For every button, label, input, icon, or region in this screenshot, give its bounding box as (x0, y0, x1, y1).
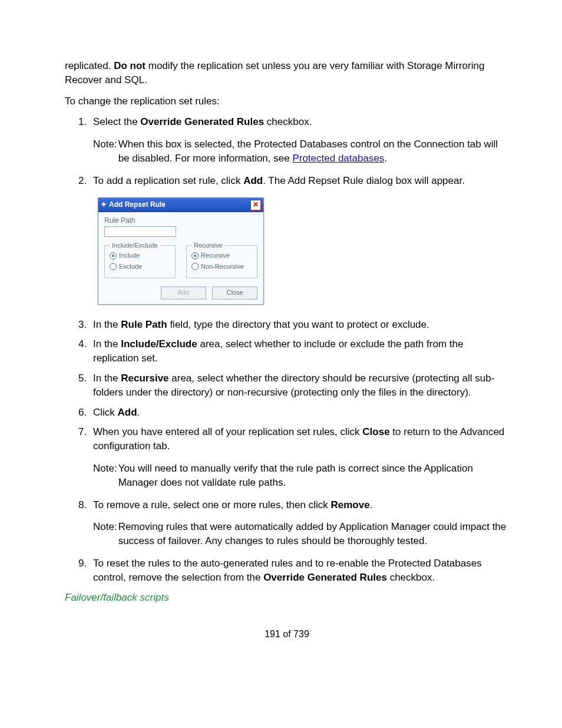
note-label: Note: (93, 520, 117, 534)
text: In the (93, 319, 121, 330)
bold-text: Include/Exclude (121, 338, 197, 350)
step-9: To reset the rules to the auto-generated… (90, 556, 509, 585)
text: To remove a rule, select one or more rul… (93, 499, 330, 510)
steps-list: Select the Override Generated Rules chec… (65, 115, 509, 584)
app-icon: ✦ (101, 200, 107, 210)
text: Click (93, 407, 118, 418)
text: field, type the directory that you want … (167, 319, 429, 330)
text: . (137, 407, 140, 418)
step-5: In the Recursive area, select whether th… (90, 371, 509, 400)
note-text: When this box is selected, the Protected… (118, 137, 509, 166)
non-recursive-radio[interactable]: Non-Recursive (191, 262, 252, 271)
group-legend: Include/Exclude (110, 241, 160, 250)
dialog-screenshot: ✦ Add Repset Rule ✕ Rule Path Include/Ex… (98, 197, 509, 305)
bold-text: Add (118, 407, 137, 418)
text: To add a replication set rule, click (93, 175, 243, 186)
rule-path-label: Rule Path (104, 216, 257, 226)
dialog-title-text: Add Repset Rule (109, 200, 166, 210)
bold-text: Rule Path (121, 319, 167, 330)
exclude-radio[interactable]: Exclude (110, 262, 170, 271)
intro-paragraph-1: replicated. Do not modify the replicatio… (65, 59, 509, 87)
text: . The Add Repset Rule dialog box will ap… (263, 175, 465, 186)
bold-text: Do not (114, 60, 146, 71)
protected-databases-link[interactable]: Protected databases (292, 153, 384, 164)
recursive-group: Recursive Recursive Non-Recursive (186, 245, 257, 278)
radio-label: Non-Recursive (201, 262, 244, 271)
text: In the (93, 373, 121, 384)
step-8: To remove a rule, select one or more rul… (90, 498, 509, 548)
note-label: Note: (93, 462, 117, 476)
group-legend: Recursive (191, 241, 225, 250)
text: replicated. (65, 60, 114, 71)
recursive-radio[interactable]: Recursive (191, 251, 252, 260)
dialog-body: Rule Path Include/Exclude Include Exclud… (98, 212, 263, 284)
close-button[interactable]: Close (212, 286, 257, 299)
bold-text: Recursive (121, 373, 168, 384)
radio-icon (110, 252, 117, 259)
close-icon[interactable]: ✕ (250, 200, 261, 210)
bold-text: Remove (330, 499, 369, 510)
step-3: In the Rule Path field, type the directo… (90, 318, 509, 332)
text: . (370, 499, 373, 510)
dialog-titlebar: ✦ Add Repset Rule ✕ (98, 198, 263, 212)
add-button[interactable]: Add (161, 286, 206, 299)
bold-text: Override Generated Rules (263, 572, 387, 583)
radio-icon (110, 263, 117, 270)
step-1: Select the Override Generated Rules chec… (90, 115, 509, 165)
note-text: Removing rules that were automatically a… (118, 520, 509, 548)
text: Select the (93, 116, 140, 127)
step-7: When you have entered all of your replic… (90, 425, 509, 489)
radio-label: Exclude (119, 262, 142, 271)
bold-text: Close (362, 426, 389, 437)
intro-paragraph-2: To change the replication set rules: (65, 94, 509, 108)
step-6: Click Add. (90, 406, 509, 420)
text: In the (93, 338, 121, 350)
note-3: Note: Removing rules that were automatic… (93, 520, 509, 548)
bold-text: Add (243, 175, 263, 186)
include-exclude-group: Include/Exclude Include Exclude (104, 245, 176, 278)
rule-path-input[interactable] (104, 226, 176, 237)
note-1: Note: When this box is selected, the Pro… (93, 137, 509, 166)
text: checkbox. (387, 572, 435, 583)
add-repset-rule-dialog: ✦ Add Repset Rule ✕ Rule Path Include/Ex… (98, 197, 264, 305)
text: When you have entered all of your replic… (93, 426, 362, 437)
text: checkbox. (264, 116, 312, 127)
note-text: You will need to manually verify that th… (118, 462, 509, 490)
radio-label: Recursive (201, 251, 230, 260)
bold-text: Override Generated Rules (140, 116, 264, 127)
step-4: In the Include/Exclude area, select whet… (90, 337, 509, 365)
note-label: Note: (93, 137, 117, 151)
dialog-buttons: Add Close (98, 283, 263, 304)
radio-icon (191, 263, 199, 270)
include-radio[interactable]: Include (110, 251, 170, 260)
section-heading-failover: Failover/failback scripts (65, 591, 509, 605)
note-2: Note: You will need to manually verify t… (93, 462, 509, 490)
page-number: 191 of 739 (65, 628, 509, 641)
step-2: To add a replication set rule, click Add… (90, 174, 509, 305)
radio-label: Include (119, 251, 140, 260)
text: . (384, 153, 387, 164)
radio-icon (191, 252, 199, 259)
